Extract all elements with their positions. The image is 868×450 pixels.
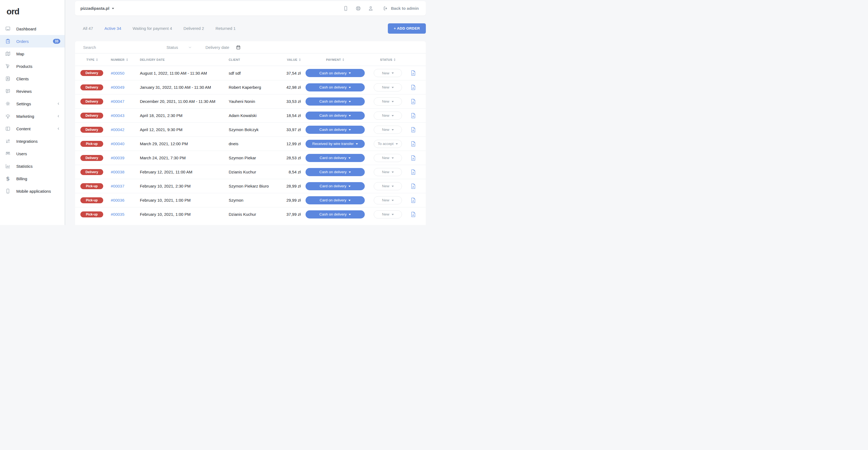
order-number-link[interactable]: #00037: [111, 184, 124, 188]
delivery-date-value: February 10, 2021, 1:00 PM: [140, 212, 191, 217]
payment-dropdown-button[interactable]: Received by wire transfer: [306, 140, 365, 148]
order-number-link[interactable]: #00035: [111, 212, 124, 217]
add-order-button[interactable]: + ADD ORDER: [388, 23, 426, 34]
status-dropdown-button[interactable]: New: [374, 210, 402, 219]
delivery-date-filter[interactable]: Delivery date: [206, 45, 241, 50]
payment-dropdown-button[interactable]: Cash on delivery: [306, 97, 365, 105]
chevron-down-icon: [392, 72, 394, 74]
sidebar-item-dashboard[interactable]: Dashboard: [0, 23, 65, 35]
sidebar: ord DashboardOrders33MapProductsClientsR…: [0, 0, 65, 225]
mobile-app-icon[interactable]: [343, 5, 349, 11]
sidebar-item-orders[interactable]: Orders33: [0, 35, 65, 47]
order-number-link[interactable]: #00039: [111, 156, 124, 160]
user-icon[interactable]: [368, 5, 374, 11]
order-type-badge: Delivery: [81, 127, 103, 133]
table-row: Delivery#00050August 1, 2022, 11:00 AM -…: [75, 66, 426, 80]
table-row: Pick-up#00037February 10, 2021, 2:30 PMS…: [75, 179, 426, 193]
status-filter[interactable]: Status: [166, 45, 192, 50]
status-dropdown-button[interactable]: New: [374, 196, 402, 204]
sidebar-item-content[interactable]: Content: [0, 122, 65, 135]
sort-icon: [394, 58, 396, 61]
delivery-date-value: December 20, 2021, 11:00 AM - 11:30 AM: [140, 99, 215, 104]
status-dropdown-button[interactable]: New: [374, 69, 402, 77]
payment-dropdown-button[interactable]: Cash on delivery: [306, 126, 365, 134]
payment-dropdown-button[interactable]: Cash on delivery: [306, 83, 365, 92]
sidebar-item-settings[interactable]: Settings: [0, 97, 65, 110]
order-number-link[interactable]: #00040: [111, 141, 124, 146]
column-header-status[interactable]: STATUS: [370, 58, 406, 61]
sidebar-item-marketing[interactable]: Marketing: [0, 110, 65, 122]
sidebar-item-integrations[interactable]: Integrations: [0, 135, 65, 148]
column-header-type[interactable]: TYPE: [81, 58, 111, 61]
brand-logo: ord: [0, 7, 65, 17]
calendar-icon: [236, 45, 241, 50]
column-header-value[interactable]: VALUE: [277, 58, 301, 61]
tab-all-47[interactable]: All 47: [83, 26, 93, 31]
chevron-down-icon: [349, 72, 351, 74]
order-number-link[interactable]: #00038: [111, 170, 124, 174]
sidebar-item-clients[interactable]: Clients: [0, 72, 65, 85]
column-header-payment[interactable]: PAYMENT: [301, 58, 370, 61]
chevron-left-icon: [57, 102, 60, 105]
status-dropdown-button[interactable]: New: [374, 83, 402, 92]
column-header-delivery-date: DELIVERY DATE: [140, 58, 229, 61]
sort-icon: [96, 58, 98, 61]
sidebar-item-map[interactable]: Map: [0, 47, 65, 60]
sidebar-item-mobile-applications[interactable]: Mobile applications: [0, 185, 65, 197]
status-dropdown-button[interactable]: New: [374, 126, 402, 134]
payment-dropdown-button[interactable]: Card on delivery: [306, 154, 365, 162]
pdf-icon[interactable]: [411, 141, 416, 147]
sidebar-item-products[interactable]: Products: [0, 60, 65, 72]
tab-waiting-for-payment-4[interactable]: Waiting for payment 4: [132, 26, 172, 31]
domain-selector[interactable]: pizzadipasta.pl: [81, 6, 114, 10]
chevron-left-icon: [57, 127, 60, 131]
status-dropdown-button[interactable]: New: [374, 97, 402, 105]
sidebar-item-statistics[interactable]: Statistics: [0, 160, 65, 172]
pdf-icon[interactable]: [411, 169, 416, 175]
status-dropdown-button[interactable]: To accept: [374, 140, 402, 148]
mobile-icon: [5, 188, 11, 194]
payment-dropdown-button[interactable]: Card on delivery: [306, 196, 365, 204]
tab-active-34[interactable]: Active 34: [104, 26, 121, 31]
status-dropdown-button[interactable]: New: [374, 182, 402, 190]
sidebar-item-billing[interactable]: $Billing: [0, 172, 65, 185]
payment-dropdown-button[interactable]: Cash on delivery: [306, 168, 365, 176]
order-type-badge: Pick-up: [81, 212, 103, 217]
tab-delivered-2[interactable]: Delivered 2: [184, 26, 204, 31]
help-lifebuoy-icon[interactable]: [355, 5, 361, 11]
order-number-link[interactable]: #00050: [111, 71, 124, 75]
pdf-icon[interactable]: [411, 127, 416, 133]
pdf-icon[interactable]: [411, 70, 416, 76]
chevron-down-icon: [392, 200, 394, 201]
search-input[interactable]: [83, 45, 159, 50]
order-number-link[interactable]: #00049: [111, 85, 124, 90]
pdf-icon[interactable]: [411, 112, 416, 119]
back-to-admin-link[interactable]: Back to admin: [383, 6, 419, 11]
column-header-number[interactable]: NUMBER: [111, 58, 140, 61]
pdf-icon[interactable]: [411, 85, 416, 90]
order-number-link[interactable]: #00043: [111, 113, 124, 118]
status-dropdown-button[interactable]: New: [374, 168, 402, 176]
status-dropdown-button[interactable]: New: [374, 154, 402, 162]
payment-dropdown-button[interactable]: Cash on delivery: [306, 69, 365, 77]
sidebar-item-reviews[interactable]: Reviews: [0, 85, 65, 97]
tab-returned-1[interactable]: Returned 1: [215, 26, 236, 31]
delivery-date-filter-label: Delivery date: [206, 45, 229, 50]
order-number-link[interactable]: #00036: [111, 198, 124, 202]
sidebar-item-label: Products: [16, 64, 32, 69]
pdf-icon[interactable]: [411, 197, 416, 203]
sidebar-item-label: Integrations: [16, 139, 37, 143]
order-number-link[interactable]: #00042: [111, 127, 124, 132]
pdf-icon[interactable]: [411, 212, 416, 217]
payment-dropdown-button[interactable]: Cash on delivery: [306, 111, 365, 120]
sidebar-item-label: Dashboard: [16, 27, 36, 31]
client-name: dneis: [229, 141, 239, 146]
order-number-link[interactable]: #00047: [111, 99, 124, 104]
sidebar-item-users[interactable]: Users: [0, 148, 65, 160]
status-dropdown-button[interactable]: New: [374, 111, 402, 120]
pdf-icon[interactable]: [411, 155, 416, 161]
payment-dropdown-button[interactable]: Cash on delivery: [306, 210, 365, 219]
pdf-icon[interactable]: [411, 99, 416, 104]
payment-dropdown-button[interactable]: Card on delivery: [306, 182, 365, 190]
pdf-icon[interactable]: [411, 183, 416, 189]
